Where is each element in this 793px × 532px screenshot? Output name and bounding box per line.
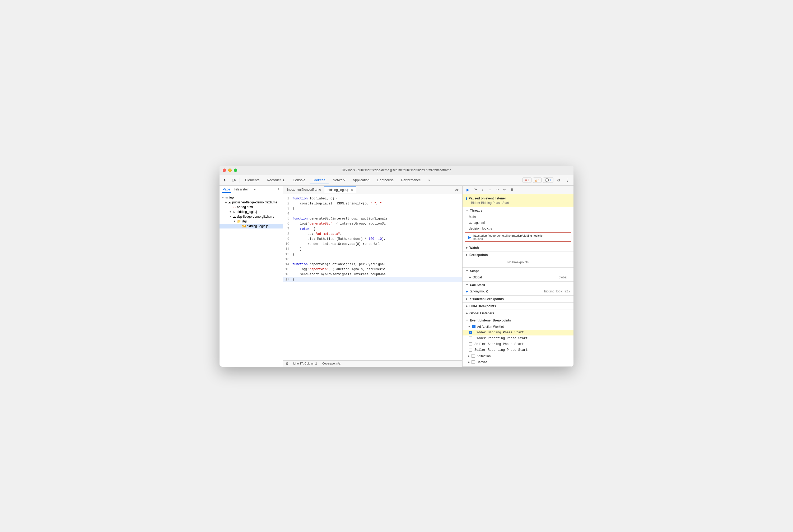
chevron-down-icon: ▼ — [466, 319, 468, 322]
tree-item-bidding-selected[interactable]: JS bidding_logic.js — [220, 224, 283, 228]
xhr-breakpoints-header[interactable]: ▶ XHR/fetch Breakpoints — [462, 296, 573, 302]
arrow-icon: ▶ — [466, 289, 468, 293]
canvas-checkbox[interactable] — [472, 360, 475, 364]
watch-header[interactable]: ▶ Watch — [462, 244, 573, 251]
code-status-bar: {} Line 17, Column 2 Coverage: n/a — [283, 360, 462, 367]
tab-application[interactable]: Application — [350, 176, 373, 184]
scope-global[interactable]: ▶ Global global — [462, 274, 573, 280]
pause-on-exceptions-button[interactable]: ⏸ — [509, 187, 515, 193]
tab-network[interactable]: Network — [330, 176, 349, 184]
tree-item-adtag[interactable]: ⟨⟩ ad-tag.html — [220, 205, 283, 209]
step-out-button[interactable]: ↑ — [487, 187, 493, 193]
bidder-bidding-item: ✓ Bidder Bidding Phase Start — [462, 330, 573, 336]
arrow-icon: ▼ — [229, 215, 232, 218]
call-location: bidding_logic.js:17 — [544, 289, 570, 293]
seller-scoring-label: Seller Scoring Phase Start — [474, 342, 524, 346]
devtools-window: DevTools - publisher-fledge-demo.glitch.… — [220, 166, 573, 367]
scope-content: ▶ Global global — [462, 274, 573, 281]
arrow-icon: ▼ — [229, 210, 232, 213]
code-line-9: 9 bid: Math.floor(Math.random() * 100, 1… — [283, 237, 462, 242]
chevron-down-icon: ▼ — [466, 209, 468, 212]
tree-item-dsp-folder[interactable]: ▼ 📁 dsp — [220, 219, 283, 224]
code-line-7: 7 return { — [283, 227, 462, 232]
tab-lighthouse[interactable]: Lighthouse — [374, 176, 397, 184]
device-toggle-icon[interactable] — [230, 176, 238, 184]
thread-active-bidding[interactable]: ▶ https://dsp-fledge-demo.glitch.me/dsp/… — [465, 232, 571, 242]
maximize-button[interactable] — [234, 169, 237, 172]
tab-console[interactable]: Console — [289, 176, 308, 184]
tree-item-top[interactable]: ▼ ▭ top — [220, 195, 283, 200]
navigate-files-icon[interactable]: ≫ — [455, 187, 459, 192]
tab-page[interactable]: Page — [222, 187, 231, 193]
ad-auction-header[interactable]: ▼ ✓ Ad Auction Worklet — [462, 324, 573, 330]
file-panel-tabs: Page Filesystem » ⋮ — [220, 186, 283, 194]
panel-more-icon[interactable]: ⋮ — [277, 188, 281, 192]
tab-filesystem[interactable]: Filesystem — [233, 187, 250, 193]
seller-reporting-label: Seller Reporting Phase Start — [474, 348, 528, 352]
close-icon[interactable]: × — [351, 188, 353, 192]
global-listeners-label: Global Listeners — [469, 311, 494, 315]
call-stack-item[interactable]: ▶ (anonymous) bidding_logic.js:17 — [462, 288, 573, 294]
dom-breakpoints-header[interactable]: ▶ DOM Breakpoints — [462, 303, 573, 309]
tab-elements[interactable]: Elements — [242, 176, 263, 184]
tree-label: dsp-fledge-demo.glitch.me — [237, 215, 274, 218]
canvas-header[interactable]: ▶ Canvas — [462, 359, 573, 365]
ad-auction-checkbox[interactable]: ✓ — [472, 325, 475, 328]
global-listeners-header[interactable]: ▶ Global Listeners — [462, 310, 573, 317]
bidder-bidding-checkbox[interactable]: ✓ — [469, 331, 472, 334]
thread-decision-logic[interactable]: decision_logic.js — [462, 226, 573, 231]
svg-rect-1 — [234, 179, 235, 181]
minimize-button[interactable] — [228, 169, 232, 172]
toolbar-divider — [240, 177, 240, 183]
code-tab-index[interactable]: index.html?fencedframe — [284, 187, 324, 193]
tab-more[interactable]: » — [425, 176, 433, 184]
tree-item-bidding-pub[interactable]: ▼ ⚙ bidding_logic.js — [220, 209, 283, 214]
warning-count: 1 — [538, 178, 540, 182]
step-button[interactable]: ↪ — [494, 187, 501, 193]
watch-label: Watch — [469, 246, 479, 250]
tab-performance[interactable]: Performance — [398, 176, 424, 184]
code-tab-bidding[interactable]: bidding_logic.js × — [324, 187, 356, 193]
breakpoints-header[interactable]: ▶ Breakpoints — [462, 251, 573, 258]
tab-recorder[interactable]: Recorder ▲ — [264, 176, 288, 184]
threads-header[interactable]: ▼ Threads — [462, 207, 573, 214]
info-badge[interactable]: 💬 1 — [543, 177, 553, 183]
cursor-icon[interactable] — [222, 176, 229, 184]
bidder-reporting-checkbox[interactable] — [469, 337, 472, 340]
tree-item-publisher[interactable]: ▶ ☁ publisher-fledge-demo.glitch.me — [220, 200, 283, 205]
more-options-icon[interactable]: ⋮ — [564, 176, 571, 184]
paused-notice: ℹ Paused on event listener Bidder Biddin… — [462, 194, 573, 207]
tab-panel-more[interactable]: » — [252, 187, 257, 193]
chevron-right-icon: ▶ — [466, 305, 468, 307]
format-icon[interactable]: {} — [286, 362, 288, 365]
tree-label: bidding_logic.js — [247, 224, 268, 228]
tab-sources[interactable]: Sources — [309, 176, 328, 184]
warning-icon: △ — [535, 178, 537, 182]
settings-icon[interactable]: ⚙ — [555, 176, 562, 184]
thread-ad-tag[interactable]: ad-tag.html — [462, 220, 573, 226]
seller-scoring-checkbox[interactable] — [469, 342, 472, 346]
resume-button[interactable]: ▶ — [465, 187, 471, 193]
code-line-2: 2 console.log(label, JSON.stringify(o, "… — [283, 201, 462, 206]
tree-label: publisher-fledge-demo.glitch.me — [232, 201, 277, 204]
ad-auction-subsection: ▼ ✓ Ad Auction Worklet ✓ Bidder Bidding … — [462, 324, 573, 353]
animation-header[interactable]: ▶ Animation — [462, 353, 573, 359]
deactivate-breakpoints-button[interactable]: ✏ — [502, 187, 508, 193]
seller-reporting-checkbox[interactable] — [469, 348, 472, 352]
step-into-button[interactable]: ↓ — [479, 187, 486, 193]
step-over-button[interactable]: ↷ — [472, 187, 478, 193]
scope-header[interactable]: ▼ Scope — [462, 268, 573, 274]
thread-main[interactable]: Main — [462, 214, 573, 220]
error-badge[interactable]: ⊗ 1 — [523, 177, 531, 183]
code-line-10: 10 render: interestGroup.ads[0].renderUr… — [283, 242, 462, 247]
call-stack-header[interactable]: ▼ Call Stack — [462, 282, 573, 288]
warning-badge[interactable]: △ 1 — [533, 177, 542, 183]
close-button[interactable] — [223, 169, 226, 172]
tree-item-dsp[interactable]: ▼ ☁ dsp-fledge-demo.glitch.me — [220, 214, 283, 219]
event-listener-breakpoints-header[interactable]: ▼ Event Listener Breakpoints — [462, 317, 573, 324]
svg-rect-0 — [232, 179, 234, 181]
code-editor[interactable]: 1 function log(label, o) { 2 console.log… — [283, 194, 462, 360]
animation-checkbox[interactable] — [472, 354, 475, 358]
main-toolbar: Elements Recorder ▲ Console Sources Netw… — [220, 175, 573, 186]
xhr-breakpoints-label: XHR/fetch Breakpoints — [469, 297, 504, 301]
